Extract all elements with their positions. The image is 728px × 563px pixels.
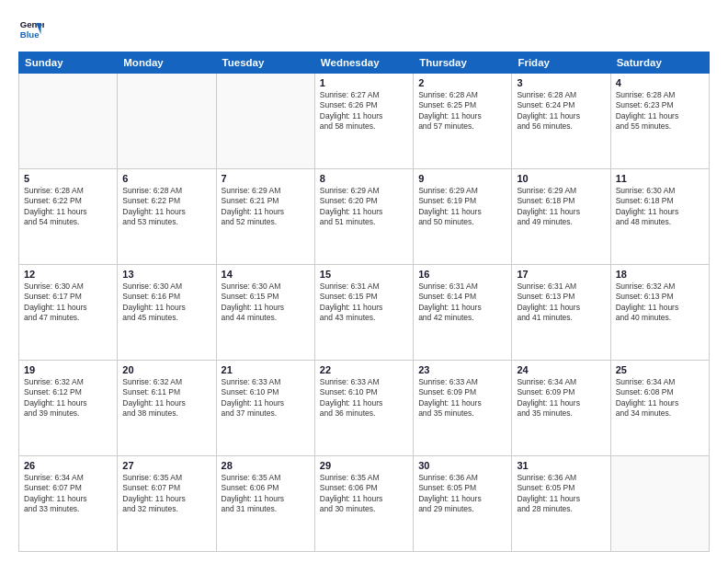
day-info: Sunrise: 6:29 AM Sunset: 6:19 PM Dayligh… bbox=[418, 186, 506, 228]
calendar-cell: 15Sunrise: 6:31 AM Sunset: 6:15 PM Dayli… bbox=[314, 265, 413, 361]
week-row-5: 26Sunrise: 6:34 AM Sunset: 6:07 PM Dayli… bbox=[19, 456, 710, 552]
calendar-cell: 22Sunrise: 6:33 AM Sunset: 6:10 PM Dayli… bbox=[314, 361, 413, 456]
day-info: Sunrise: 6:28 AM Sunset: 6:22 PM Dayligh… bbox=[122, 186, 210, 228]
header: General Blue bbox=[18, 17, 710, 42]
day-number: 22 bbox=[320, 364, 408, 375]
day-info: Sunrise: 6:34 AM Sunset: 6:08 PM Dayligh… bbox=[616, 377, 704, 419]
day-number: 18 bbox=[616, 269, 704, 280]
day-info: Sunrise: 6:31 AM Sunset: 6:14 PM Dayligh… bbox=[418, 282, 506, 324]
calendar-cell bbox=[216, 74, 314, 169]
calendar-cell: 5Sunrise: 6:28 AM Sunset: 6:22 PM Daylig… bbox=[19, 169, 118, 265]
calendar-cell: 30Sunrise: 6:36 AM Sunset: 6:05 PM Dayli… bbox=[414, 456, 512, 552]
day-number: 12 bbox=[24, 269, 112, 280]
day-info: Sunrise: 6:34 AM Sunset: 6:07 PM Dayligh… bbox=[24, 473, 112, 515]
day-number: 5 bbox=[24, 173, 112, 184]
calendar-cell: 31Sunrise: 6:36 AM Sunset: 6:05 PM Dayli… bbox=[512, 456, 610, 552]
day-number: 25 bbox=[616, 364, 704, 375]
calendar-cell: 29Sunrise: 6:35 AM Sunset: 6:06 PM Dayli… bbox=[314, 456, 413, 552]
day-number: 31 bbox=[517, 460, 605, 471]
logo: General Blue bbox=[18, 17, 44, 42]
day-number: 1 bbox=[320, 77, 408, 88]
calendar-cell: 1Sunrise: 6:27 AM Sunset: 6:26 PM Daylig… bbox=[314, 74, 413, 169]
day-info: Sunrise: 6:30 AM Sunset: 6:17 PM Dayligh… bbox=[24, 282, 112, 324]
calendar-cell: 3Sunrise: 6:28 AM Sunset: 6:24 PM Daylig… bbox=[512, 74, 610, 169]
day-info: Sunrise: 6:35 AM Sunset: 6:06 PM Dayligh… bbox=[222, 473, 310, 515]
weekday-header-saturday: Saturday bbox=[610, 52, 709, 74]
logo-icon: General Blue bbox=[18, 17, 44, 42]
calendar-cell: 18Sunrise: 6:32 AM Sunset: 6:13 PM Dayli… bbox=[610, 265, 709, 361]
day-info: Sunrise: 6:36 AM Sunset: 6:05 PM Dayligh… bbox=[418, 473, 506, 515]
day-info: Sunrise: 6:33 AM Sunset: 6:10 PM Dayligh… bbox=[320, 377, 408, 419]
calendar-cell: 26Sunrise: 6:34 AM Sunset: 6:07 PM Dayli… bbox=[19, 456, 118, 552]
week-row-2: 5Sunrise: 6:28 AM Sunset: 6:22 PM Daylig… bbox=[19, 169, 710, 265]
week-row-3: 12Sunrise: 6:30 AM Sunset: 6:17 PM Dayli… bbox=[19, 265, 710, 361]
day-info: Sunrise: 6:28 AM Sunset: 6:23 PM Dayligh… bbox=[616, 90, 704, 132]
calendar-cell: 27Sunrise: 6:35 AM Sunset: 6:07 PM Dayli… bbox=[118, 456, 216, 552]
week-row-1: 1Sunrise: 6:27 AM Sunset: 6:26 PM Daylig… bbox=[19, 74, 710, 169]
calendar-cell: 8Sunrise: 6:29 AM Sunset: 6:20 PM Daylig… bbox=[314, 169, 413, 265]
day-number: 9 bbox=[418, 173, 506, 184]
day-info: Sunrise: 6:32 AM Sunset: 6:11 PM Dayligh… bbox=[122, 377, 210, 419]
weekday-header-row: SundayMondayTuesdayWednesdayThursdayFrid… bbox=[19, 52, 710, 74]
day-number: 28 bbox=[222, 460, 310, 471]
weekday-header-thursday: Thursday bbox=[414, 52, 512, 74]
calendar-cell: 24Sunrise: 6:34 AM Sunset: 6:09 PM Dayli… bbox=[512, 361, 610, 456]
day-number: 23 bbox=[418, 364, 506, 375]
calendar-cell: 13Sunrise: 6:30 AM Sunset: 6:16 PM Dayli… bbox=[118, 265, 216, 361]
day-info: Sunrise: 6:34 AM Sunset: 6:09 PM Dayligh… bbox=[517, 377, 605, 419]
day-info: Sunrise: 6:30 AM Sunset: 6:18 PM Dayligh… bbox=[616, 186, 704, 228]
day-number: 29 bbox=[320, 460, 408, 471]
weekday-header-wednesday: Wednesday bbox=[314, 52, 413, 74]
calendar-cell bbox=[610, 456, 709, 552]
day-info: Sunrise: 6:32 AM Sunset: 6:12 PM Dayligh… bbox=[24, 377, 112, 419]
day-info: Sunrise: 6:32 AM Sunset: 6:13 PM Dayligh… bbox=[616, 282, 704, 324]
day-info: Sunrise: 6:28 AM Sunset: 6:24 PM Dayligh… bbox=[517, 90, 605, 132]
day-info: Sunrise: 6:30 AM Sunset: 6:16 PM Dayligh… bbox=[122, 282, 210, 324]
day-info: Sunrise: 6:27 AM Sunset: 6:26 PM Dayligh… bbox=[320, 90, 408, 132]
calendar-cell: 4Sunrise: 6:28 AM Sunset: 6:23 PM Daylig… bbox=[610, 74, 709, 169]
day-info: Sunrise: 6:33 AM Sunset: 6:10 PM Dayligh… bbox=[222, 377, 310, 419]
day-info: Sunrise: 6:30 AM Sunset: 6:15 PM Dayligh… bbox=[222, 282, 310, 324]
day-info: Sunrise: 6:35 AM Sunset: 6:07 PM Dayligh… bbox=[122, 473, 210, 515]
calendar-cell: 19Sunrise: 6:32 AM Sunset: 6:12 PM Dayli… bbox=[19, 361, 118, 456]
day-number: 14 bbox=[222, 269, 310, 280]
day-number: 3 bbox=[517, 77, 605, 88]
day-number: 13 bbox=[122, 269, 210, 280]
calendar-cell: 17Sunrise: 6:31 AM Sunset: 6:13 PM Dayli… bbox=[512, 265, 610, 361]
weekday-header-friday: Friday bbox=[512, 52, 610, 74]
day-info: Sunrise: 6:28 AM Sunset: 6:25 PM Dayligh… bbox=[418, 90, 506, 132]
calendar-cell: 9Sunrise: 6:29 AM Sunset: 6:19 PM Daylig… bbox=[414, 169, 512, 265]
weekday-header-monday: Monday bbox=[118, 52, 216, 74]
day-info: Sunrise: 6:28 AM Sunset: 6:22 PM Dayligh… bbox=[24, 186, 112, 228]
day-number: 6 bbox=[122, 173, 210, 184]
day-info: Sunrise: 6:35 AM Sunset: 6:06 PM Dayligh… bbox=[320, 473, 408, 515]
day-number: 20 bbox=[122, 364, 210, 375]
calendar-cell: 12Sunrise: 6:30 AM Sunset: 6:17 PM Dayli… bbox=[19, 265, 118, 361]
day-info: Sunrise: 6:31 AM Sunset: 6:13 PM Dayligh… bbox=[517, 282, 605, 324]
calendar-cell: 7Sunrise: 6:29 AM Sunset: 6:21 PM Daylig… bbox=[216, 169, 314, 265]
calendar-cell bbox=[19, 74, 118, 169]
day-number: 26 bbox=[24, 460, 112, 471]
day-number: 24 bbox=[517, 364, 605, 375]
day-number: 17 bbox=[517, 269, 605, 280]
day-number: 19 bbox=[24, 364, 112, 375]
calendar-cell: 2Sunrise: 6:28 AM Sunset: 6:25 PM Daylig… bbox=[414, 74, 512, 169]
day-number: 10 bbox=[517, 173, 605, 184]
calendar-cell: 16Sunrise: 6:31 AM Sunset: 6:14 PM Dayli… bbox=[414, 265, 512, 361]
day-number: 2 bbox=[418, 77, 506, 88]
day-info: Sunrise: 6:36 AM Sunset: 6:05 PM Dayligh… bbox=[517, 473, 605, 515]
day-number: 4 bbox=[616, 77, 704, 88]
calendar-table: SundayMondayTuesdayWednesdayThursdayFrid… bbox=[18, 52, 710, 552]
day-info: Sunrise: 6:29 AM Sunset: 6:21 PM Dayligh… bbox=[222, 186, 310, 228]
day-number: 7 bbox=[222, 173, 310, 184]
day-number: 11 bbox=[616, 173, 704, 184]
day-number: 27 bbox=[122, 460, 210, 471]
calendar-cell: 25Sunrise: 6:34 AM Sunset: 6:08 PM Dayli… bbox=[610, 361, 709, 456]
week-row-4: 19Sunrise: 6:32 AM Sunset: 6:12 PM Dayli… bbox=[19, 361, 710, 456]
day-info: Sunrise: 6:29 AM Sunset: 6:20 PM Dayligh… bbox=[320, 186, 408, 228]
calendar-cell: 6Sunrise: 6:28 AM Sunset: 6:22 PM Daylig… bbox=[118, 169, 216, 265]
page: General Blue SundayMondayTuesdayWednesda… bbox=[0, 0, 728, 563]
weekday-header-sunday: Sunday bbox=[19, 52, 118, 74]
day-info: Sunrise: 6:31 AM Sunset: 6:15 PM Dayligh… bbox=[320, 282, 408, 324]
calendar-cell: 11Sunrise: 6:30 AM Sunset: 6:18 PM Dayli… bbox=[610, 169, 709, 265]
